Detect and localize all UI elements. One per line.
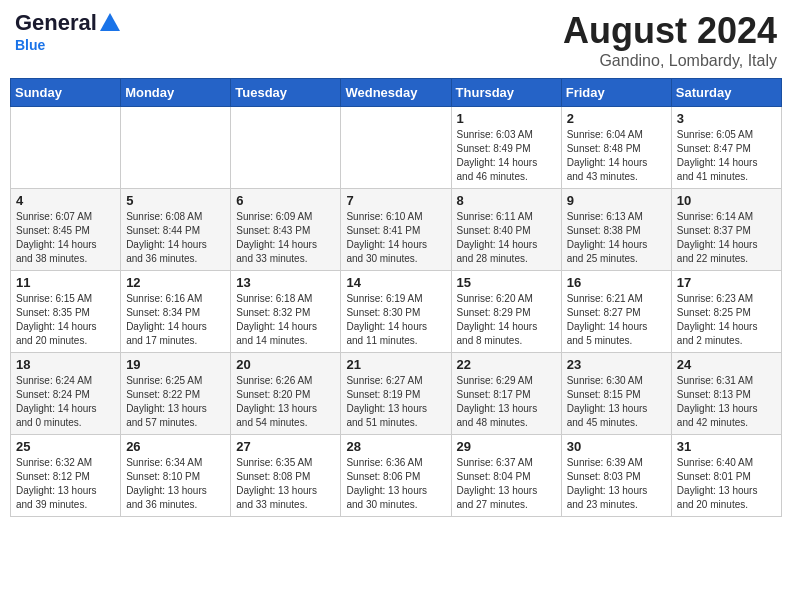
calendar-cell: 9Sunrise: 6:13 AM Sunset: 8:38 PM Daylig… xyxy=(561,189,671,271)
day-number: 31 xyxy=(677,439,776,454)
day-info: Sunrise: 6:11 AM Sunset: 8:40 PM Dayligh… xyxy=(457,210,556,266)
day-number: 12 xyxy=(126,275,225,290)
calendar-cell: 27Sunrise: 6:35 AM Sunset: 8:08 PM Dayli… xyxy=(231,435,341,517)
day-number: 30 xyxy=(567,439,666,454)
calendar-cell xyxy=(11,107,121,189)
weekday-header-row: SundayMondayTuesdayWednesdayThursdayFrid… xyxy=(11,79,782,107)
page-header: General Blue August 2024 Gandino, Lombar… xyxy=(10,10,782,70)
day-number: 19 xyxy=(126,357,225,372)
day-info: Sunrise: 6:20 AM Sunset: 8:29 PM Dayligh… xyxy=(457,292,556,348)
day-number: 7 xyxy=(346,193,445,208)
day-number: 25 xyxy=(16,439,115,454)
calendar-table: SundayMondayTuesdayWednesdayThursdayFrid… xyxy=(10,78,782,517)
month-title: August 2024 xyxy=(563,10,777,52)
calendar-cell: 23Sunrise: 6:30 AM Sunset: 8:15 PM Dayli… xyxy=(561,353,671,435)
day-info: Sunrise: 6:04 AM Sunset: 8:48 PM Dayligh… xyxy=(567,128,666,184)
calendar-cell: 4Sunrise: 6:07 AM Sunset: 8:45 PM Daylig… xyxy=(11,189,121,271)
day-number: 26 xyxy=(126,439,225,454)
day-info: Sunrise: 6:03 AM Sunset: 8:49 PM Dayligh… xyxy=(457,128,556,184)
day-info: Sunrise: 6:27 AM Sunset: 8:19 PM Dayligh… xyxy=(346,374,445,430)
day-info: Sunrise: 6:24 AM Sunset: 8:24 PM Dayligh… xyxy=(16,374,115,430)
day-number: 9 xyxy=(567,193,666,208)
calendar-cell: 17Sunrise: 6:23 AM Sunset: 8:25 PM Dayli… xyxy=(671,271,781,353)
week-row-2: 4Sunrise: 6:07 AM Sunset: 8:45 PM Daylig… xyxy=(11,189,782,271)
day-info: Sunrise: 6:25 AM Sunset: 8:22 PM Dayligh… xyxy=(126,374,225,430)
calendar-cell: 25Sunrise: 6:32 AM Sunset: 8:12 PM Dayli… xyxy=(11,435,121,517)
calendar-cell: 16Sunrise: 6:21 AM Sunset: 8:27 PM Dayli… xyxy=(561,271,671,353)
calendar-cell: 20Sunrise: 6:26 AM Sunset: 8:20 PM Dayli… xyxy=(231,353,341,435)
day-number: 4 xyxy=(16,193,115,208)
calendar-cell: 7Sunrise: 6:10 AM Sunset: 8:41 PM Daylig… xyxy=(341,189,451,271)
calendar-cell: 8Sunrise: 6:11 AM Sunset: 8:40 PM Daylig… xyxy=(451,189,561,271)
calendar-cell: 5Sunrise: 6:08 AM Sunset: 8:44 PM Daylig… xyxy=(121,189,231,271)
day-info: Sunrise: 6:26 AM Sunset: 8:20 PM Dayligh… xyxy=(236,374,335,430)
day-number: 28 xyxy=(346,439,445,454)
day-number: 5 xyxy=(126,193,225,208)
calendar-cell: 24Sunrise: 6:31 AM Sunset: 8:13 PM Dayli… xyxy=(671,353,781,435)
day-number: 24 xyxy=(677,357,776,372)
calendar-cell: 6Sunrise: 6:09 AM Sunset: 8:43 PM Daylig… xyxy=(231,189,341,271)
weekday-header-tuesday: Tuesday xyxy=(231,79,341,107)
day-number: 6 xyxy=(236,193,335,208)
logo-triangle-icon xyxy=(99,11,121,33)
calendar-cell: 13Sunrise: 6:18 AM Sunset: 8:32 PM Dayli… xyxy=(231,271,341,353)
calendar-cell: 1Sunrise: 6:03 AM Sunset: 8:49 PM Daylig… xyxy=(451,107,561,189)
weekday-header-friday: Friday xyxy=(561,79,671,107)
day-info: Sunrise: 6:34 AM Sunset: 8:10 PM Dayligh… xyxy=(126,456,225,512)
calendar-cell: 11Sunrise: 6:15 AM Sunset: 8:35 PM Dayli… xyxy=(11,271,121,353)
day-info: Sunrise: 6:29 AM Sunset: 8:17 PM Dayligh… xyxy=(457,374,556,430)
day-info: Sunrise: 6:39 AM Sunset: 8:03 PM Dayligh… xyxy=(567,456,666,512)
day-number: 15 xyxy=(457,275,556,290)
location-title: Gandino, Lombardy, Italy xyxy=(563,52,777,70)
day-number: 17 xyxy=(677,275,776,290)
title-area: August 2024 Gandino, Lombardy, Italy xyxy=(563,10,777,70)
day-info: Sunrise: 6:07 AM Sunset: 8:45 PM Dayligh… xyxy=(16,210,115,266)
svg-marker-0 xyxy=(100,13,120,31)
day-number: 16 xyxy=(567,275,666,290)
day-info: Sunrise: 6:31 AM Sunset: 8:13 PM Dayligh… xyxy=(677,374,776,430)
calendar-cell: 15Sunrise: 6:20 AM Sunset: 8:29 PM Dayli… xyxy=(451,271,561,353)
calendar-cell: 18Sunrise: 6:24 AM Sunset: 8:24 PM Dayli… xyxy=(11,353,121,435)
day-info: Sunrise: 6:21 AM Sunset: 8:27 PM Dayligh… xyxy=(567,292,666,348)
day-number: 8 xyxy=(457,193,556,208)
day-info: Sunrise: 6:13 AM Sunset: 8:38 PM Dayligh… xyxy=(567,210,666,266)
day-number: 13 xyxy=(236,275,335,290)
calendar-cell: 26Sunrise: 6:34 AM Sunset: 8:10 PM Dayli… xyxy=(121,435,231,517)
day-info: Sunrise: 6:05 AM Sunset: 8:47 PM Dayligh… xyxy=(677,128,776,184)
day-number: 2 xyxy=(567,111,666,126)
weekday-header-sunday: Sunday xyxy=(11,79,121,107)
logo: General Blue xyxy=(15,10,121,54)
week-row-1: 1Sunrise: 6:03 AM Sunset: 8:49 PM Daylig… xyxy=(11,107,782,189)
day-number: 22 xyxy=(457,357,556,372)
logo-general: General xyxy=(15,10,97,36)
weekday-header-saturday: Saturday xyxy=(671,79,781,107)
logo-blue: Blue xyxy=(15,37,45,53)
day-info: Sunrise: 6:32 AM Sunset: 8:12 PM Dayligh… xyxy=(16,456,115,512)
calendar-cell: 10Sunrise: 6:14 AM Sunset: 8:37 PM Dayli… xyxy=(671,189,781,271)
day-number: 18 xyxy=(16,357,115,372)
day-info: Sunrise: 6:14 AM Sunset: 8:37 PM Dayligh… xyxy=(677,210,776,266)
day-number: 27 xyxy=(236,439,335,454)
day-number: 11 xyxy=(16,275,115,290)
calendar-cell: 21Sunrise: 6:27 AM Sunset: 8:19 PM Dayli… xyxy=(341,353,451,435)
day-number: 23 xyxy=(567,357,666,372)
weekday-header-monday: Monday xyxy=(121,79,231,107)
calendar-cell: 3Sunrise: 6:05 AM Sunset: 8:47 PM Daylig… xyxy=(671,107,781,189)
day-info: Sunrise: 6:23 AM Sunset: 8:25 PM Dayligh… xyxy=(677,292,776,348)
day-number: 14 xyxy=(346,275,445,290)
day-info: Sunrise: 6:35 AM Sunset: 8:08 PM Dayligh… xyxy=(236,456,335,512)
week-row-5: 25Sunrise: 6:32 AM Sunset: 8:12 PM Dayli… xyxy=(11,435,782,517)
calendar-cell: 30Sunrise: 6:39 AM Sunset: 8:03 PM Dayli… xyxy=(561,435,671,517)
day-number: 20 xyxy=(236,357,335,372)
calendar-cell: 28Sunrise: 6:36 AM Sunset: 8:06 PM Dayli… xyxy=(341,435,451,517)
day-info: Sunrise: 6:09 AM Sunset: 8:43 PM Dayligh… xyxy=(236,210,335,266)
day-number: 29 xyxy=(457,439,556,454)
day-number: 3 xyxy=(677,111,776,126)
day-info: Sunrise: 6:36 AM Sunset: 8:06 PM Dayligh… xyxy=(346,456,445,512)
calendar-cell: 29Sunrise: 6:37 AM Sunset: 8:04 PM Dayli… xyxy=(451,435,561,517)
day-number: 21 xyxy=(346,357,445,372)
day-info: Sunrise: 6:08 AM Sunset: 8:44 PM Dayligh… xyxy=(126,210,225,266)
day-info: Sunrise: 6:19 AM Sunset: 8:30 PM Dayligh… xyxy=(346,292,445,348)
calendar-cell: 2Sunrise: 6:04 AM Sunset: 8:48 PM Daylig… xyxy=(561,107,671,189)
day-number: 10 xyxy=(677,193,776,208)
